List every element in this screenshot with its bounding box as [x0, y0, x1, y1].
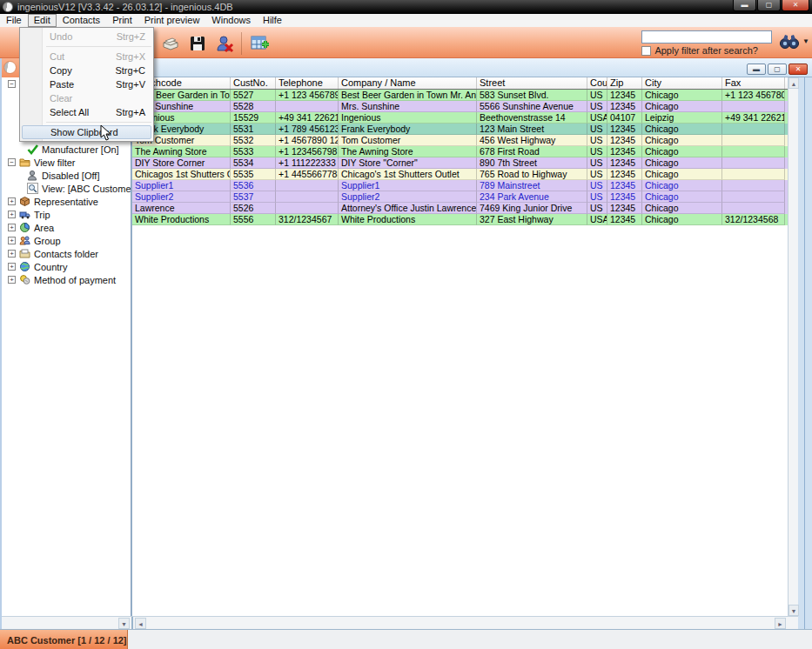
search-input[interactable] [641, 30, 772, 43]
binoculars-icon[interactable] [779, 32, 800, 50]
new-table-icon[interactable] [250, 34, 269, 53]
table-row[interactable]: Tom Customer5532+1 4567890 123Tom Custom… [132, 135, 788, 146]
tree-expander-icon[interactable]: − [8, 80, 16, 88]
table-cell: USA [587, 112, 607, 124]
column-header-coun[interactable]: Coun [587, 77, 607, 89]
column-header-zip[interactable]: Zip [607, 77, 642, 89]
menu-item-show-clipboard[interactable]: Show Clipboard [22, 125, 151, 139]
table-cell: US [587, 135, 607, 146]
edit-menu-popup: UndoStrg+ZCutStrg+XCopyStrg+CPasteStrg+V… [19, 27, 154, 142]
folder-icon [19, 157, 30, 168]
checkbox-box[interactable] [641, 46, 651, 56]
tree-expander-icon[interactable]: + [8, 263, 16, 271]
tree-expander-icon[interactable]: − [8, 158, 16, 166]
tree-expander-icon[interactable]: + [8, 211, 16, 218]
scroll-right-icon[interactable]: ► [775, 618, 786, 629]
close-button[interactable]: ✕ [782, 0, 809, 11]
table-row[interactable]: The Awning Store5533+1 123456798The Awni… [132, 146, 788, 157]
table-cell: +1 123 456789 [276, 90, 339, 101]
table-row[interactable]: Mrs. Sunshine5528Mrs. Sunshine5566 Sunsh… [132, 101, 788, 112]
tree-item-label: Group [34, 236, 61, 246]
horizontal-scrollbar[interactable]: ▼ ◄ ► [2, 616, 798, 629]
delete-contact-icon[interactable] [215, 34, 234, 53]
tree-expander-icon[interactable]: + [8, 276, 16, 284]
table-row[interactable]: Supplier15536Supplier1789 MainstreetUS12… [132, 180, 788, 191]
table-row[interactable]: Frank Everybody5531+1 789 4561230Frank E… [132, 124, 788, 135]
table-cell: 678 First Road [477, 146, 587, 157]
menu-item-paste[interactable]: PasteStrg+V [20, 77, 153, 91]
maximize-button[interactable]: ▢ [757, 0, 781, 11]
menubar-item-print-preview[interactable]: Print preview [138, 14, 206, 27]
table-row[interactable]: White Productions5556312/1234567White Pr… [132, 214, 788, 225]
menu-item-select-all[interactable]: Select AllStrg+A [20, 105, 153, 119]
tree-expander-icon[interactable]: + [8, 237, 16, 244]
tree-expander-icon[interactable]: + [8, 197, 16, 205]
tree-item-view-filter[interactable]: −View filter [2, 156, 131, 169]
column-header-telephone[interactable]: Telephone [276, 77, 339, 89]
tree-item-view-abc-customer-[interactable]: View: [ABC Customer] [2, 182, 131, 195]
child-minimize-button[interactable]: ▬ [747, 64, 766, 75]
table-cell: 5532 [231, 135, 276, 146]
menubar-item-edit[interactable]: Edit [28, 14, 57, 27]
column-header-street[interactable]: Street [477, 77, 587, 89]
minimize-button[interactable]: ▬ [733, 0, 756, 11]
window-title: ingeniousV12 [V3.3.42 - 26.03.12] - inge… [17, 2, 233, 12]
table-cell: Tom Customer [339, 135, 477, 146]
table-cell: Supplier1 [339, 180, 477, 191]
find-dropdown-caret-icon[interactable]: ▼ [802, 37, 809, 45]
table-cell: +1 123456798 [276, 146, 339, 157]
table-cell: US [587, 90, 607, 101]
table-cell: 12345 [607, 90, 642, 101]
tree-expander-icon[interactable]: + [8, 224, 16, 231]
table-row[interactable]: Lawrence5526Attorney's Office Justin Law… [132, 203, 788, 214]
menubar-item-hilfe[interactable]: Hilfe [257, 14, 288, 27]
scroll-down-icon[interactable]: ▼ [789, 605, 799, 616]
contacts-box-icon[interactable] [161, 34, 180, 53]
tree-item-label: View filter [34, 157, 75, 168]
tree-item-contacts-folder[interactable]: +Contacts folder [2, 247, 131, 260]
tree-item-area[interactable]: +Area [2, 221, 131, 234]
column-header-city[interactable]: City [642, 77, 722, 89]
menubar-item-contacts[interactable]: Contacts [57, 14, 106, 27]
tree-expander-icon[interactable]: + [8, 250, 16, 258]
column-header-fax[interactable]: Fax [722, 77, 785, 89]
menubar-item-file[interactable]: File [0, 14, 28, 27]
table-cell: 765 Road to Highway [477, 169, 587, 180]
tree-item-method-of-payment[interactable]: +Method of payment [2, 273, 131, 286]
save-icon[interactable] [188, 34, 207, 53]
child-close-button[interactable]: ✕ [789, 64, 808, 75]
menu-separator [46, 122, 151, 123]
menubar-item-windows[interactable]: Windows [205, 14, 257, 27]
vertical-scrollbar[interactable]: ▲ ▼ [788, 77, 798, 616]
child-restore-button[interactable]: ▢ [768, 64, 787, 75]
tree-item-trip[interactable]: +Trip [2, 208, 131, 221]
table-row[interactable]: Best Beer Garden in TownM5527+1 123 4567… [132, 90, 788, 101]
app-logo-icon [3, 2, 13, 12]
table-cell [722, 157, 785, 169]
tree-item-manufacturer-on-[interactable]: Manufacturer [On] [2, 143, 131, 156]
status-tab[interactable]: ABC Customer [1 / 12 / 12] [0, 630, 128, 649]
apply-filter-checkbox[interactable]: Apply filter after search? [641, 45, 758, 56]
table-cell: Chicago [642, 146, 722, 157]
window-frame-right [798, 58, 812, 629]
tree-item-representative[interactable]: +Representative [2, 195, 131, 208]
tree-item-label: Trip [34, 210, 50, 220]
tree-item-country[interactable]: +Country [2, 260, 131, 273]
sidebar-scroll-down-icon[interactable]: ▼ [118, 618, 130, 629]
table-cell: 789 Mainstreet [477, 180, 587, 191]
scroll-left-icon[interactable]: ◄ [135, 618, 146, 629]
column-header-company-name[interactable]: Company / Name [339, 77, 477, 89]
table-row[interactable]: DIY Store Corner5534+1 111222333DIY Stor… [132, 157, 788, 169]
table-row[interactable]: Supplier25537Supplier2234 Park AvenueUS1… [132, 191, 788, 203]
column-header-custno-[interactable]: CustNo. [231, 77, 276, 89]
table-row[interactable]: Ingenious15529+49 341 226210IngeniousBee… [132, 112, 788, 124]
menubar-item-print[interactable]: Print [106, 14, 138, 27]
tree-item-disabled-off-[interactable]: Disabled [Off] [2, 169, 131, 182]
title-bar: ingeniousV12 [V3.3.42 - 26.03.12] - inge… [0, 0, 812, 14]
table-row[interactable]: Chicagos 1st Shutters Outlet5535+1 44556… [132, 169, 788, 180]
menu-item-copy[interactable]: CopyStrg+C [20, 64, 153, 77]
table-cell: USA [587, 214, 607, 225]
scroll-up-icon[interactable]: ▲ [789, 77, 799, 89]
tree-item-group[interactable]: +Group [2, 234, 131, 247]
pane-divider [131, 617, 133, 630]
